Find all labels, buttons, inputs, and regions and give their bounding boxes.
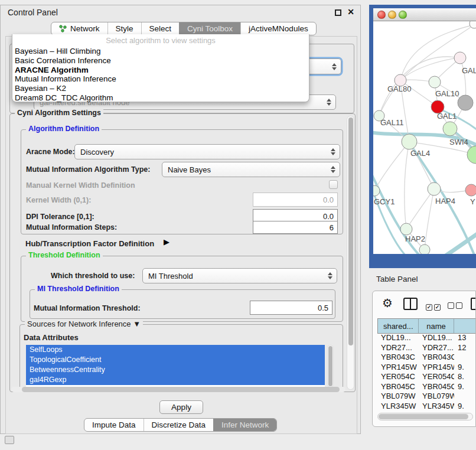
table-row[interactable]: YDL19...YDL19...13: [377, 333, 476, 343]
attribute-list-item[interactable]: TopologicalCoefficient: [26, 355, 325, 365]
network-node[interactable]: [400, 223, 412, 235]
aracne-mode-combobox[interactable]: Discovery: [74, 144, 340, 159]
dropdown-item[interactable]: ARACNE Algorithm: [12, 66, 309, 75]
tab-jactivemnodules[interactable]: jActiveMNodules: [240, 22, 316, 35]
combo-stepper-icon: [332, 63, 337, 70]
panel-grip-icon[interactable]: [5, 436, 14, 444]
select-all-checks-icon[interactable]: ✓✓: [426, 301, 442, 311]
settings-vertical-scrollbar[interactable]: [347, 116, 354, 390]
tab-cyni-toolbox[interactable]: Cyni Toolbox: [179, 22, 240, 35]
table-row[interactable]: YBL079WYBL079W: [377, 392, 476, 402]
control-panel-title: Control Panel: [8, 8, 58, 17]
collapse-down-icon: ▼: [133, 319, 141, 328]
network-edge[interactable]: [400, 58, 460, 80]
network-node[interactable]: [402, 134, 417, 149]
dropdown-item[interactable]: Bayesian – K2: [12, 84, 309, 93]
control-panel-window: Control Panel ✕ NetworkStyleSelectCyni T…: [0, 5, 361, 434]
table-cell: YBL079W: [377, 392, 419, 402]
apply-button[interactable]: Apply: [159, 400, 203, 414]
table-cell: YDR27...: [377, 343, 419, 353]
node-label: GAL: [462, 66, 476, 75]
network-canvas[interactable]: GALGAL80GAL10GAL1GAL11GAL4SWI4GCY1HAP4YH…: [373, 21, 476, 254]
new-table-icon[interactable]: [471, 298, 476, 310]
tab-style[interactable]: Style: [107, 22, 141, 35]
table-row[interactable]: YPR145WYPR145W9.: [377, 363, 476, 373]
table-row[interactable]: YER054CYER054C8.: [377, 372, 476, 382]
dropdown-item[interactable]: Mutual Information Inference: [12, 74, 309, 84]
dropdown-prompt: Select algorithm to view settings: [12, 34, 309, 47]
mi-threshold-field[interactable]: 0.5: [250, 301, 332, 315]
table-rows[interactable]: YDL19...YDL19...13YDR27...YDR27...12YBR0…: [377, 333, 476, 415]
network-edge[interactable]: [425, 189, 434, 250]
dropdown-item[interactable]: Dream8 DC_TDC Algorithm: [12, 93, 309, 103]
table-cell: YBR045C: [377, 382, 419, 392]
expand-right-icon[interactable]: ▶: [164, 237, 169, 246]
close-traffic-light-icon[interactable]: [377, 11, 386, 19]
mi-type-combobox[interactable]: Naive Bayes: [162, 162, 340, 177]
tab-discretize-data[interactable]: Discretize Data: [144, 419, 214, 431]
deselect-all-checks-icon[interactable]: [448, 301, 464, 311]
table-cell: YER054C: [377, 372, 419, 382]
minimize-traffic-light-icon[interactable]: [388, 11, 396, 19]
table-cell: YLR345W: [419, 402, 454, 412]
tab-label: Cyni Toolbox: [187, 24, 233, 33]
network-node[interactable]: [458, 95, 473, 110]
table-header-row[interactable]: shared...name: [377, 318, 476, 334]
settings-horizontal-scrollbar[interactable]: [11, 387, 345, 392]
zoom-traffic-light-icon[interactable]: [399, 11, 407, 19]
dropdown-item[interactable]: Bayesian – Hill Climbing: [12, 47, 309, 56]
manual-kernel-checkbox[interactable]: [329, 180, 338, 189]
network-edge[interactable]: [374, 142, 409, 191]
network-node[interactable]: [454, 52, 466, 64]
network-node[interactable]: [443, 122, 457, 136]
table-cell: 9.: [454, 382, 476, 392]
cyni-settings-legend: Cyni Algorithm Settings: [15, 109, 103, 117]
attribute-list-item[interactable]: SelfLoops: [26, 345, 325, 355]
network-edge[interactable]: [405, 142, 409, 229]
network-node[interactable]: [465, 184, 476, 196]
node-label: HAP2: [405, 234, 425, 243]
sources-group: Sources for Network Inference ▼ Data Att…: [19, 324, 343, 390]
column-layout-icon[interactable]: [403, 298, 418, 310]
mi-steps-field[interactable]: 6: [253, 221, 338, 234]
cyni-bottom-tabbar: Impute DataDiscretize DataInfer Network: [84, 418, 277, 432]
sources-legend[interactable]: Sources for Network Inference ▼: [25, 319, 143, 328]
table-row[interactable]: YDR27...YDR27...12: [377, 343, 476, 353]
network-edge[interactable]: [443, 231, 476, 254]
network-icon: [59, 25, 67, 32]
dropdown-item[interactable]: Basic Correlation Inference: [12, 56, 309, 66]
network-edge[interactable]: [406, 189, 434, 229]
table-column-header[interactable]: [454, 319, 476, 333]
table-column-header[interactable]: name: [419, 319, 454, 333]
node-label: Y: [470, 197, 475, 206]
combo-stepper-icon: [328, 272, 332, 279]
tab-label: Discretize Data: [152, 420, 206, 429]
algorithm-dropdown-popup: Select algorithm to view settings Bayesi…: [12, 34, 309, 102]
node-label: HAP4: [435, 197, 455, 206]
which-threshold-combobox[interactable]: MI Threshold: [142, 268, 337, 283]
network-node[interactable]: [429, 76, 441, 88]
table-horizontal-scrollbar[interactable]: [377, 413, 473, 420]
attribute-list-item[interactable]: gal4RGexp: [26, 375, 325, 385]
network-node[interactable]: [419, 244, 430, 254]
data-attributes-list[interactable]: SelfLoopsTopologicalCoefficientBetweenne…: [26, 345, 325, 387]
tab-select[interactable]: Select: [141, 22, 180, 35]
network-window-titlebar[interactable]: [373, 8, 476, 21]
kernel-width-field[interactable]: 0.0: [253, 193, 338, 207]
gear-icon[interactable]: ⚙: [382, 297, 393, 309]
table-column-header[interactable]: shared...: [378, 319, 419, 333]
float-window-icon[interactable]: [335, 9, 341, 16]
tab-network[interactable]: Network: [51, 22, 107, 35]
table-row[interactable]: YBR043CYBR043C: [377, 353, 476, 363]
attr-list-scrollbar[interactable]: [327, 345, 334, 387]
aracne-mode-value: Discovery: [80, 148, 114, 156]
network-node[interactable]: [467, 146, 476, 164]
tab-infer-network[interactable]: Infer Network: [213, 419, 276, 431]
attribute-list-item[interactable]: BetweennessCentrality: [26, 365, 325, 375]
hub-definition-label[interactable]: Hub/Transcription Factor Definition: [25, 239, 154, 248]
close-icon[interactable]: ✕: [347, 7, 354, 17]
network-node[interactable]: [428, 182, 441, 195]
tab-impute-data[interactable]: Impute Data: [84, 419, 144, 431]
table-row[interactable]: YLR345WYLR345W9.: [377, 402, 476, 412]
table-row[interactable]: YBR045CYBR045C9.: [377, 382, 476, 392]
